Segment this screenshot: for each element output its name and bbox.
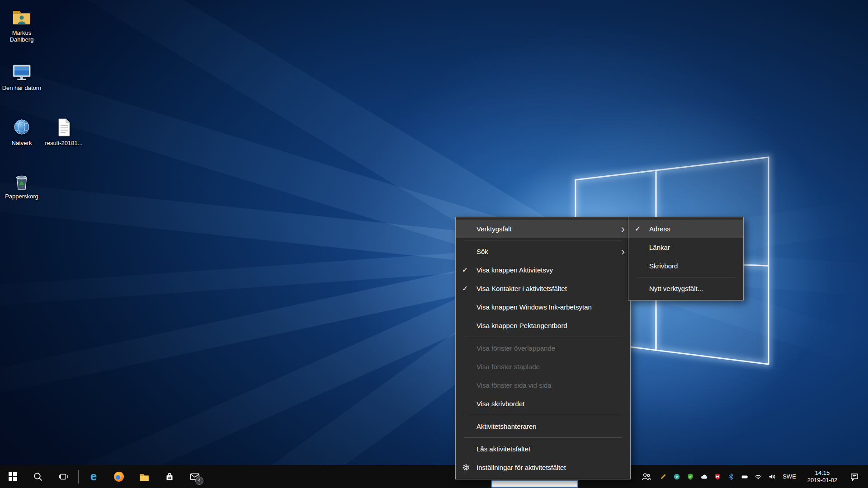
menu-item-label: Skrivbord [649,262,678,270]
toolbars-submenu: ✓ Adress Länkar Skrivbord Nytt verktygsf… [628,217,744,300]
submenu-item-skrivbord[interactable]: Skrivbord [628,257,743,275]
menu-item-label: Visa skrivbordet [476,400,524,408]
people-icon [642,472,651,481]
tray-icon-pen[interactable] [656,465,670,488]
menu-separator [464,337,622,337]
menu-item-aktivitetshanteraren[interactable]: Aktivitetshanteraren [456,417,630,436]
tray-icon-security-red[interactable] [711,465,724,488]
submenu-arrow-icon: › [621,243,625,260]
tray-icon-bluetooth[interactable] [724,465,738,488]
desktop-icon-label: Papperskorg [5,193,38,200]
menu-item-label: Sök [476,248,488,255]
menu-item-visa-pektangentbord[interactable]: Visa knappen Pektangentbord [456,316,630,335]
menu-item-visa-kontakter[interactable]: ✓ Visa Kontakter i aktivitetsfältet [456,279,630,298]
language-indicator[interactable]: SWE [778,473,800,480]
check-slot [635,238,646,257]
people-button[interactable] [637,465,656,488]
edge-icon: e [87,470,100,483]
wifi-icon [755,473,762,480]
check-slot [462,298,473,316]
desktop-icon-this-pc[interactable]: Den här datorn [0,61,43,91]
menu-item-label: Inställningar för aktivitetsfältet [476,464,566,471]
clock-time: 14:15 [800,469,844,477]
edge-button[interactable]: e [81,465,106,488]
check-slot [462,357,473,376]
desktop-icon-result-file[interactable]: result-20181... [42,117,85,146]
check-slot [462,394,473,413]
menu-item-visa-fonster-sida-vid-sida: Visa fönster sida vid sida [456,376,630,394]
desktop-icon-user-folder[interactable]: Markus Dahlberg [0,6,43,43]
menu-item-visa-windows-ink[interactable]: Visa knappen Windows Ink-arbetsytan [456,298,630,316]
search-icon [33,471,43,482]
check-slot [635,279,646,298]
store-button[interactable] [157,465,182,488]
menu-item-label: Visa Kontakter i aktivitetsfältet [476,285,567,292]
action-center-button[interactable] [844,465,864,488]
tray-icon-network[interactable] [751,465,765,488]
menu-item-label: Visa fönster sida vid sida [476,381,552,389]
user-folder-icon [10,6,33,28]
gear-icon [462,458,473,477]
check-slot [462,316,473,335]
battery-icon [741,473,749,480]
menu-separator [637,277,735,277]
system-tray: SWE 14:15 2019-01-02 [637,465,868,488]
menu-item-label: Visa knappen Windows Ink-arbetsytan [476,303,592,311]
menu-item-sok[interactable]: Sök › [456,242,630,261]
menu-item-label: Visa fönster staplade [476,363,540,371]
desktop-icon-network[interactable]: Nätverk [0,117,43,146]
tray-icon-app-teal[interactable] [670,465,684,488]
taskbar-divider [78,470,79,483]
clock[interactable]: 14:15 2019-01-02 [800,469,844,484]
file-explorer-button[interactable] [132,465,157,488]
menu-item-visa-fonster-staplade: Visa fönster staplade [456,357,630,376]
tray-icon-volume[interactable] [765,465,778,488]
desktop-icon-recycle-bin[interactable]: Papperskorg [0,170,43,200]
menu-item-label: Visa knappen Pektangentbord [476,322,567,329]
cloud-icon [700,473,708,480]
menu-item-visa-fonster-overlappande: Visa fönster överlappande [456,339,630,357]
search-button[interactable] [25,465,51,488]
mail-button[interactable]: 4 [182,465,208,488]
task-view-button[interactable] [51,465,76,488]
submenu-item-nytt-verktygsfalt[interactable]: Nytt verktygsfält... [628,279,743,298]
menu-separator [464,437,622,438]
network-icon [10,117,33,138]
taskbar-context-menu: Verktygsfält › Sök › ✓ Visa knappen Akti… [455,217,631,479]
firefox-icon [113,470,125,483]
menu-item-label: Lås aktivitetsfältet [476,445,530,453]
recycle-bin-icon [10,170,33,192]
menu-item-visa-skrivbordet[interactable]: Visa skrivbordet [456,394,630,413]
menu-item-label: Adress [649,225,670,233]
red-shield-icon [714,473,721,480]
start-button[interactable] [0,465,25,488]
pen-icon [660,473,667,480]
check-slot [462,417,473,436]
menu-item-label: Nytt verktygsfält... [649,285,703,292]
submenu-item-lankar[interactable]: Länkar [628,238,743,257]
task-view-icon [58,471,69,482]
address-toolbar-input[interactable] [491,480,578,488]
menu-item-visa-aktivitetsvy[interactable]: ✓ Visa knappen Aktivitetsvy [456,261,630,279]
menu-item-label: Aktivitetshanteraren [476,422,537,430]
menu-item-label: Visa fönster överlappande [476,344,555,352]
desktop-icon-label: result-20181... [45,140,82,146]
submenu-item-adress[interactable]: ✓ Adress [628,220,743,238]
menu-item-las-aktivitetsfaltet[interactable]: Lås aktivitetsfältet [456,440,630,458]
tray-icon-battery[interactable] [738,465,751,488]
tray-icon-antivirus[interactable] [684,465,697,488]
firefox-button[interactable] [106,465,132,488]
svg-text:e: e [90,470,97,483]
check-slot [462,220,473,238]
menu-separator [464,240,622,240]
submenu-arrow-icon: › [621,220,625,238]
checkmark-icon: ✓ [462,261,473,279]
taskbar: e 4 [0,465,868,488]
menu-item-verktygsfalt[interactable]: Verktygsfält › [456,220,630,238]
action-center-icon [850,472,859,481]
menu-separator [464,415,622,415]
tray-icon-onedrive[interactable] [697,465,711,488]
menu-item-label: Visa knappen Aktivitetsvy [476,266,553,274]
check-slot [635,257,646,275]
menu-item-installningar[interactable]: Inställningar för aktivitetsfältet [456,458,630,477]
